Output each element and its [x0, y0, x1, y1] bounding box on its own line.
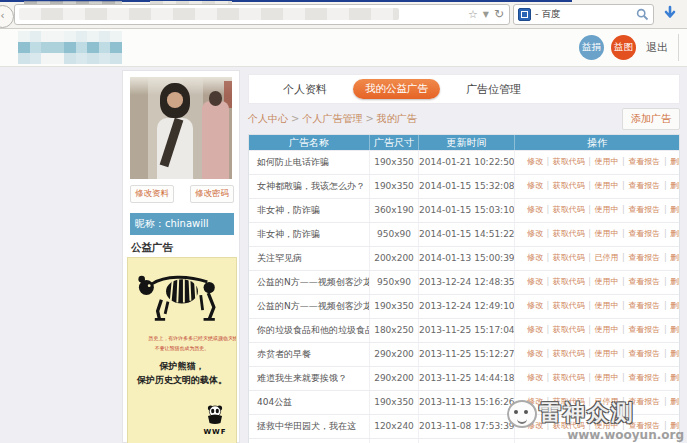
op-view-report[interactable]: 查看报告: [628, 157, 660, 166]
op-status[interactable]: 使用中: [595, 421, 619, 430]
op-get-code[interactable]: 获取代码: [553, 373, 585, 382]
op-view-report[interactable]: 查看报告: [628, 373, 660, 382]
dropdown-caret-icon[interactable]: ▼: [483, 10, 489, 19]
op-get-code[interactable]: 获取代码: [553, 277, 585, 286]
search-magnifier-icon[interactable]: [636, 8, 649, 21]
ad-updated-time: 2014-01-15 14:51:22: [418, 223, 514, 246]
op-edit[interactable]: 修改: [527, 325, 543, 334]
donate-button[interactable]: 益捐: [579, 35, 604, 60]
search-input[interactable]: - 百度: [513, 4, 654, 25]
column-header-3: 操作: [514, 135, 679, 150]
tab-1[interactable]: 我的公益广告: [353, 79, 440, 99]
panda-skeleton-illustration: [133, 266, 231, 326]
address-bar[interactable]: ☆ ▼ ↻: [14, 4, 510, 25]
op-edit[interactable]: 修改: [527, 349, 543, 358]
op-status[interactable]: 使用中: [595, 229, 619, 238]
op-view-report[interactable]: 查看报告: [628, 349, 660, 358]
download-icon[interactable]: [662, 5, 678, 22]
site-header: 益捐 益图 退出: [0, 29, 687, 67]
op-delete[interactable]: 删除: [670, 157, 679, 166]
op-status[interactable]: 使用中: [595, 325, 619, 334]
add-ad-button[interactable]: 添加广告: [622, 108, 680, 130]
browser-back-button[interactable]: ‹: [0, 5, 14, 28]
op-delete[interactable]: 删除: [670, 205, 679, 214]
op-delete[interactable]: 删除: [670, 253, 679, 262]
op-status[interactable]: 已停用: [595, 397, 619, 406]
ad-size: 290x200: [369, 343, 418, 366]
breadcrumb-item-2[interactable]: 我的广告: [377, 113, 417, 124]
op-edit[interactable]: 修改: [527, 397, 543, 406]
op-edit[interactable]: 修改: [527, 421, 543, 430]
wwf-panda-ad[interactable]: 历史上，有许许多多已经灭绝或濒临灭绝的物种， 不要让熊猫也成为历史。 保护熊猫，…: [127, 257, 237, 443]
op-status[interactable]: 使用中: [595, 181, 619, 190]
op-get-code[interactable]: 获取代码: [553, 205, 585, 214]
ad-headline1: 保护熊猫，: [128, 359, 236, 373]
tab-2[interactable]: 广告位管理: [466, 82, 521, 97]
ad-operations: 修改 | 获取代码 | 使用中 | 查看报告 | 删除: [514, 199, 679, 222]
reload-icon[interactable]: ↻: [494, 7, 504, 21]
op-get-code[interactable]: 获取代码: [553, 253, 585, 262]
op-get-code[interactable]: 获取代码: [553, 349, 585, 358]
image-button[interactable]: 益图: [611, 35, 636, 60]
op-get-code[interactable]: 获取代码: [553, 301, 585, 310]
op-delete[interactable]: 删除: [670, 397, 679, 406]
op-edit[interactable]: 修改: [527, 157, 543, 166]
op-status[interactable]: 已停用: [595, 253, 619, 262]
op-status[interactable]: 使用中: [595, 277, 619, 286]
op-delete[interactable]: 删除: [670, 277, 679, 286]
op-view-report[interactable]: 查看报告: [628, 205, 660, 214]
ad-updated-time: 2014-01-13 15:00:39: [418, 247, 514, 270]
op-edit[interactable]: 修改: [527, 373, 543, 382]
op-edit[interactable]: 修改: [527, 229, 543, 238]
edit-profile-button[interactable]: 修改资料: [130, 185, 174, 203]
main-content: 个人资料我的公益广告广告位管理 个人中心>个人广告管理>我的广告 添加广告 广告…: [248, 74, 680, 443]
change-password-button[interactable]: 修改密码: [190, 185, 234, 203]
op-view-report[interactable]: 查看报告: [628, 181, 660, 190]
op-edit[interactable]: 修改: [527, 277, 543, 286]
op-delete[interactable]: 删除: [670, 349, 679, 358]
op-edit[interactable]: 修改: [527, 205, 543, 214]
op-status[interactable]: 使用中: [595, 373, 619, 382]
logout-button[interactable]: 退出: [646, 40, 668, 55]
bookmark-star-icon[interactable]: ☆: [468, 8, 478, 21]
op-delete[interactable]: 删除: [670, 325, 679, 334]
op-edit[interactable]: 修改: [527, 301, 543, 310]
op-delete[interactable]: 删除: [670, 301, 679, 310]
breadcrumb-item-0[interactable]: 个人中心: [248, 113, 288, 124]
op-view-report[interactable]: 查看报告: [628, 229, 660, 238]
ad-operations: 修改 | 获取代码 | 已停用 | 查看报告 | 删除: [514, 247, 679, 270]
op-get-code[interactable]: 获取代码: [553, 229, 585, 238]
ad-name: 404公益: [249, 391, 369, 414]
op-get-code[interactable]: 获取代码: [553, 421, 585, 430]
ad-name: 公益的N方——视频创客沙龙: [249, 295, 369, 318]
tab-0[interactable]: 个人资料: [283, 82, 327, 97]
ad-size: 190x350: [369, 391, 418, 414]
table-row: 公益的N方——视频创客沙龙190x3502013-12-24 12:49:10修…: [249, 294, 679, 318]
op-view-report[interactable]: 查看报告: [628, 301, 660, 310]
op-get-code[interactable]: 获取代码: [553, 181, 585, 190]
op-status[interactable]: 使用中: [595, 205, 619, 214]
op-get-code[interactable]: 获取代码: [553, 397, 585, 406]
op-delete[interactable]: 删除: [670, 229, 679, 238]
op-view-report[interactable]: 查看报告: [628, 421, 660, 430]
breadcrumb-item-1[interactable]: 个人广告管理: [302, 113, 362, 124]
op-view-report[interactable]: 查看报告: [628, 325, 660, 334]
op-edit[interactable]: 修改: [527, 181, 543, 190]
op-delete[interactable]: 删除: [670, 181, 679, 190]
op-status[interactable]: 使用中: [595, 301, 619, 310]
op-view-report[interactable]: 查看报告: [628, 253, 660, 262]
op-delete[interactable]: 删除: [670, 373, 679, 382]
op-status[interactable]: 使用中: [595, 349, 619, 358]
op-view-report[interactable]: 查看报告: [628, 397, 660, 406]
ad-operations: 修改 | 获取代码 | 使用中 | 查看报告 | 删除: [514, 295, 679, 318]
ad-name: 非女神，防诈骗: [249, 199, 369, 222]
table-row: 公益的N方——视频创客沙龙950x902013-12-24 12:48:35修改…: [249, 270, 679, 294]
table-row: 难道我生来就要挨饿？290x2002013-11-25 14:44:18修改 |…: [249, 366, 679, 390]
op-status[interactable]: 使用中: [595, 157, 619, 166]
op-edit[interactable]: 修改: [527, 253, 543, 262]
table-row: 女神都敢骗，我该怎么办？190x3502014-01-15 15:32:08修改…: [249, 174, 679, 198]
op-view-report[interactable]: 查看报告: [628, 277, 660, 286]
op-get-code[interactable]: 获取代码: [553, 325, 585, 334]
op-delete[interactable]: 删除: [670, 421, 679, 430]
op-get-code[interactable]: 获取代码: [553, 157, 585, 166]
